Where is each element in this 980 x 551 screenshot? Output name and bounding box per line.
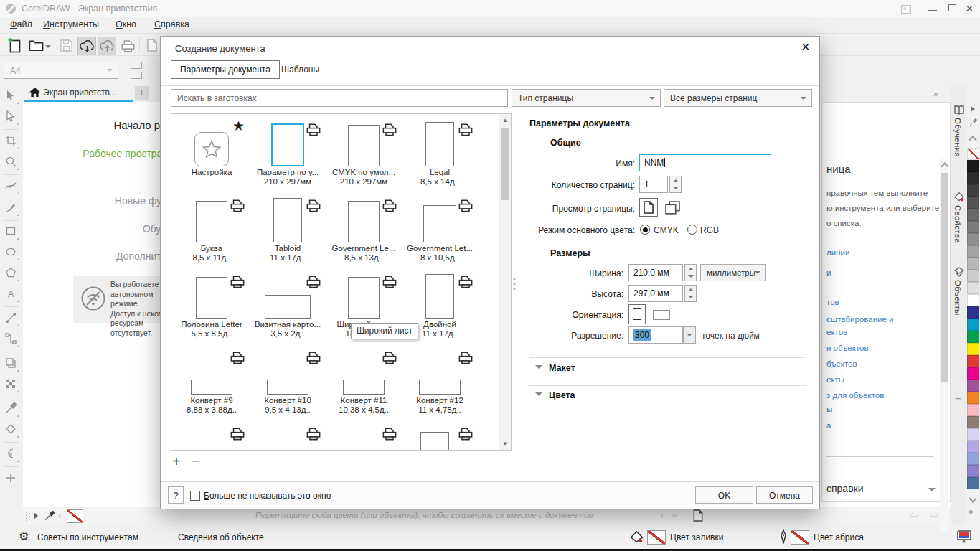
restore-button[interactable]	[948, 4, 956, 11]
add-docker-button[interactable]: +	[955, 392, 961, 404]
outline-color-swatch[interactable]	[791, 530, 809, 545]
eyedropper-icon[interactable]	[44, 511, 55, 521]
template-gov-legal[interactable]: Government Le...8,5 x 13д..	[326, 192, 402, 268]
freehand-tool[interactable]	[5, 180, 18, 193]
status-object-info[interactable]: Сведения об объекте	[178, 532, 264, 542]
close-button[interactable]: ×	[966, 1, 974, 17]
palette-swatch[interactable]	[967, 209, 979, 221]
template-half-letter[interactable]: Половина Letter5,5 x 8,5д..	[174, 268, 250, 344]
palette-flyout-arrow[interactable]	[34, 512, 38, 519]
help-link[interactable]: з для объектов	[826, 391, 884, 400]
help-scrollbar[interactable]	[940, 159, 948, 533]
crop-tool[interactable]	[5, 135, 18, 148]
cloud-download-button[interactable]	[77, 37, 96, 55]
rectangle-tool[interactable]	[5, 225, 18, 238]
palette-swatch[interactable]	[967, 319, 979, 331]
palette-swatch[interactable]	[967, 465, 979, 477]
template-tabloid[interactable]: Tabloid11 x 17д..	[250, 192, 326, 268]
minimize-button[interactable]	[928, 10, 937, 11]
cancel-button[interactable]: Отмена	[756, 486, 813, 504]
cmyk-radio[interactable]	[640, 225, 650, 235]
artistic-media-tool[interactable]	[5, 202, 18, 215]
palette-swatch[interactable]	[967, 172, 979, 184]
page-icon[interactable]	[693, 509, 703, 522]
menu-file[interactable]: Файл	[10, 19, 32, 29]
palette-swatch[interactable]	[967, 331, 979, 343]
width-field[interactable]: 210,0 мм	[628, 264, 683, 281]
palette-swatch[interactable]	[967, 245, 979, 258]
colors-collapse-icon[interactable]	[535, 392, 542, 396]
help-back-icon[interactable]: ⇦	[910, 509, 919, 522]
docker-tab-learn[interactable]: Обучения	[953, 118, 962, 157]
dont-show-label[interactable]: Больше не показывать это окно	[204, 491, 331, 501]
help-link[interactable]: линии	[826, 248, 849, 257]
palette-swatch[interactable]	[967, 392, 979, 404]
palette-swatch[interactable]	[967, 294, 979, 306]
menu-window[interactable]: Окно	[116, 19, 136, 29]
palette-swatch[interactable]	[967, 441, 979, 453]
resolution-dropdown-button[interactable]	[683, 326, 696, 344]
gear-icon[interactable]: ⚙	[19, 529, 29, 543]
cloud-upload-button[interactable]	[98, 37, 116, 55]
template-cmyk-default[interactable]: CMYK по умол...210 x 297мм	[326, 116, 402, 192]
help-link[interactable]: сштабирование и	[826, 315, 893, 324]
palette-flyout-icon[interactable]	[971, 106, 975, 112]
height-field[interactable]: 297,0 мм	[628, 285, 683, 302]
tab-welcome-screen[interactable]: Экран приветств...	[24, 85, 133, 102]
help-link[interactable]: бъектов	[826, 359, 857, 368]
tab-document-settings[interactable]: Параметры документа	[171, 60, 280, 79]
help-footer-dropdown-icon[interactable]	[928, 488, 936, 491]
cmyk-label[interactable]: CMYK	[654, 225, 679, 235]
scroll-up-icon[interactable]: ▲	[502, 117, 508, 123]
palette-swatch[interactable]	[967, 270, 979, 282]
drag-handle[interactable]	[26, 512, 30, 521]
template-envelope-11[interactable]: Конверт #1110,38 x 4,5д..	[326, 344, 402, 420]
palette-swatch[interactable]	[967, 148, 979, 160]
scrollbar-thumb[interactable]	[941, 173, 948, 382]
tab-templates[interactable]: Шаблоны	[281, 65, 319, 75]
menu-tools[interactable]: Инструменты	[43, 19, 99, 29]
interactive-fill-tool[interactable]	[5, 448, 18, 461]
new-document-button[interactable]	[6, 37, 23, 54]
template-envelope-10[interactable]: Конверт #109,5 x 4,13д..	[250, 344, 326, 420]
rgb-radio[interactable]	[687, 225, 697, 235]
no-color-swatch[interactable]	[67, 509, 83, 523]
print-button[interactable]	[119, 37, 136, 54]
colors-section-header[interactable]: Цвета	[549, 390, 575, 400]
template-letter[interactable]: Буква8,5 x 11д..	[174, 192, 250, 268]
help-button[interactable]: ?	[168, 486, 184, 504]
name-field[interactable]: NNM	[639, 154, 771, 171]
polygon-tool[interactable]	[5, 267, 18, 280]
help-forward-icon[interactable]: ⇨	[930, 509, 939, 522]
template-legal[interactable]: Legal8,5 x 14д..	[402, 116, 478, 192]
pages-stepper[interactable]	[669, 176, 682, 193]
help-link[interactable]: и	[826, 268, 831, 277]
help-link[interactable]: ектов	[826, 328, 847, 336]
palette-swatch[interactable]	[967, 160, 979, 172]
portrait-button[interactable]	[628, 304, 646, 324]
color-proof-icon[interactable]	[957, 530, 971, 543]
width-stepper[interactable]	[684, 264, 697, 281]
status-tool-tips[interactable]: Советы по инструментам	[37, 532, 138, 542]
template-default[interactable]: Параметр по у...210 x 297мм	[250, 116, 326, 192]
fill-color-swatch[interactable]	[647, 530, 666, 545]
palette-swatch[interactable]	[967, 477, 979, 489]
search-input[interactable]	[171, 89, 508, 107]
drop-shadow-tool[interactable]	[5, 357, 18, 370]
palette-swatch[interactable]	[967, 428, 979, 441]
palette-swatch[interactable]	[967, 343, 979, 355]
scroll-right-icon[interactable]: ›	[660, 509, 664, 521]
pick-tool[interactable]	[5, 90, 18, 103]
palette-more-icon[interactable]: »	[969, 507, 974, 517]
help-link[interactable]: екты	[826, 375, 844, 384]
template-envelope-9[interactable]: Конверт #98,88 x 3,88д..	[174, 344, 250, 420]
template-envelope-12[interactable]: Конверт #1211 x 4,75д..	[402, 344, 478, 420]
palette-swatch[interactable]	[967, 184, 979, 197]
help-link[interactable]: ы	[826, 405, 832, 413]
transparency-tool[interactable]	[5, 378, 18, 391]
help-footer-link[interactable]: справки	[826, 483, 864, 494]
ok-button[interactable]: OK	[695, 486, 753, 504]
page-type-filter[interactable]: Тип страницы	[512, 89, 661, 107]
palette-swatch[interactable]	[967, 282, 979, 294]
import-button[interactable]	[143, 37, 161, 54]
